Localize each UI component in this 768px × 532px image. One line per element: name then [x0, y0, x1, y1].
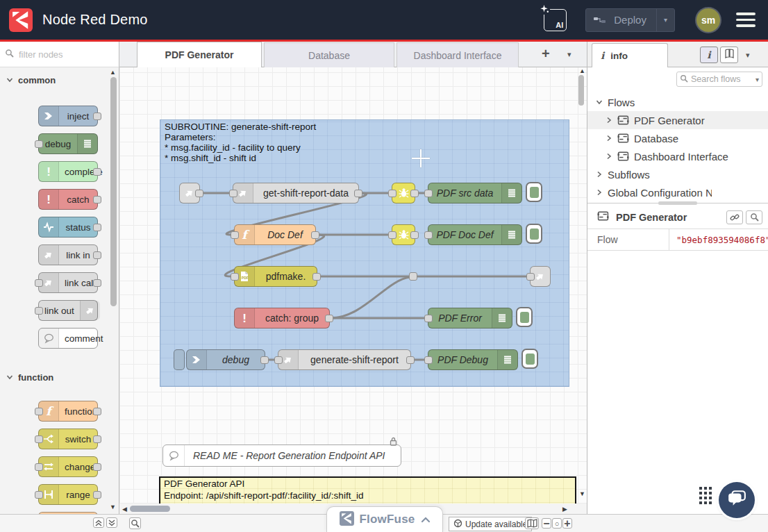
sidebar-splitter[interactable] — [587, 203, 768, 203]
output-port[interactable] — [93, 196, 101, 203]
output-port[interactable] — [93, 251, 101, 259]
flow-list-caret[interactable]: ▾ — [567, 50, 571, 59]
node-pdf-error[interactable]: PDF Error — [428, 308, 512, 329]
node-bug-helper-1[interactable] — [392, 183, 415, 203]
input-port[interactable] — [424, 315, 433, 322]
input-port[interactable] — [424, 190, 433, 197]
node-bug-helper-2[interactable] — [392, 224, 415, 245]
canvas-vscrollbar[interactable]: ▲ ▼ — [577, 68, 586, 503]
canvas-scroll-up-icon[interactable]: ▲ — [579, 68, 585, 74]
palette-scroll-down-icon[interactable]: ▼ — [110, 504, 116, 510]
copy-link-button[interactable] — [726, 210, 743, 224]
debug-enable-toggle[interactable] — [526, 182, 542, 202]
node-palette-link-out[interactable]: link out — [38, 300, 98, 321]
deploy-button[interactable]: Deploy ▾ — [585, 8, 675, 32]
flowfuse-panel-button[interactable]: FlowFuse — [326, 506, 443, 532]
input-port[interactable] — [229, 190, 237, 197]
flow-canvas[interactable]: SUBROUTINE: generate-shift-report Parame… — [119, 67, 587, 504]
output-port[interactable] — [325, 315, 333, 322]
deploy-options-caret[interactable]: ▾ — [656, 9, 674, 31]
output-port[interactable] — [311, 231, 319, 239]
node-pdfmake[interactable]: PDFpdfmake. — [234, 266, 317, 287]
ai-assistant-button[interactable]: AI — [544, 9, 567, 31]
node-generate-shift-report[interactable]: generate-shift-report — [278, 349, 411, 370]
node-inject-debug[interactable]: debug — [186, 349, 265, 370]
node-pdf-doc-def[interactable]: PDF Doc Def — [428, 224, 522, 245]
canvas-search-button[interactable] — [129, 517, 141, 529]
node-pdf-src-data[interactable]: PDF src data — [428, 183, 522, 203]
main-menu-button[interactable] — [736, 13, 756, 27]
palette-section-common[interactable]: common — [6, 73, 56, 87]
input-port[interactable] — [231, 273, 239, 281]
node-palette-switch[interactable]: switch — [38, 429, 98, 449]
input-port[interactable] — [35, 435, 43, 443]
tab-database[interactable]: Database — [264, 42, 394, 67]
output-port[interactable] — [195, 190, 203, 197]
palette-scroll-up-icon[interactable]: ▲ — [110, 69, 116, 76]
tree-item-dashboard-interface[interactable]: Dashboard Interface — [587, 147, 768, 165]
input-port[interactable] — [35, 408, 43, 415]
palette-scrollbar[interactable] — [110, 77, 117, 306]
node-palette-range[interactable]: range — [38, 484, 98, 505]
canvas-scroll-down-icon[interactable]: ▼ — [579, 491, 585, 497]
palette-collapse-all-button[interactable] — [93, 517, 104, 528]
chat-assistant-button[interactable] — [719, 482, 755, 518]
zoom-out-button[interactable]: − — [542, 518, 551, 529]
sidebar-tab-info[interactable]: i info — [592, 43, 668, 67]
palette-section-function[interactable]: function — [6, 370, 53, 384]
output-port[interactable] — [93, 168, 101, 176]
sidebar-options-caret[interactable]: ▾ — [746, 51, 750, 60]
output-port[interactable] — [93, 491, 101, 499]
output-port[interactable] — [93, 435, 101, 443]
sidebar-info-button[interactable]: i — [700, 47, 718, 63]
tab-pdf-generator[interactable]: PDF Generator — [137, 42, 262, 67]
node-palette-change[interactable]: change — [38, 456, 98, 477]
node-catch-group[interactable]: !catch: group — [234, 308, 330, 329]
sidebar-help-button[interactable] — [720, 47, 738, 63]
wire-catch_to_junction[interactable] — [331, 277, 410, 318]
tree-item-pdf-generator[interactable]: PDF Generator — [587, 111, 768, 129]
output-port[interactable] — [93, 408, 101, 415]
update-available-button[interactable]: Update available — [449, 517, 532, 531]
inject-trigger-button[interactable] — [174, 349, 185, 370]
search-flow-button[interactable] — [746, 210, 762, 224]
input-port[interactable] — [35, 140, 43, 148]
zoom-in-button[interactable]: + — [562, 518, 572, 529]
wire-junction[interactable] — [409, 272, 417, 281]
debug-enable-toggle[interactable] — [516, 307, 533, 327]
input-port[interactable] — [35, 279, 43, 287]
input-port[interactable] — [35, 463, 43, 471]
zoom-reset-button[interactable]: ○ — [552, 518, 562, 529]
input-port[interactable] — [424, 231, 433, 239]
input-port[interactable] — [35, 491, 43, 499]
input-port[interactable] — [388, 231, 396, 239]
canvas-scroll-right-icon[interactable]: ▶ — [562, 506, 567, 513]
input-port[interactable] — [526, 273, 535, 281]
node-palette-link-call[interactable]: link call — [38, 272, 98, 293]
tree-item-database[interactable]: Database — [587, 129, 768, 147]
output-port[interactable] — [93, 113, 101, 120]
output-port[interactable] — [406, 356, 415, 364]
debug-enable-toggle[interactable] — [526, 224, 542, 244]
node-doc-def[interactable]: fDoc Def — [234, 224, 316, 245]
node-readme-comment[interactable]: READ ME - Report Generation Endpoint API — [162, 444, 401, 467]
drag-handle-dots[interactable] — [699, 487, 712, 504]
node-palette-link-in[interactable]: link in — [38, 244, 98, 265]
tree-item-flows[interactable]: Flows — [587, 93, 768, 111]
node-get-shift-report-data[interactable]: get-shift-report-data — [233, 183, 359, 203]
canvas-scroll-left-icon[interactable]: ◀ — [122, 506, 127, 513]
input-port[interactable] — [388, 190, 396, 197]
node-link-in[interactable] — [179, 183, 200, 203]
output-port[interactable] — [410, 231, 419, 239]
palette-filter-input[interactable] — [17, 49, 103, 60]
input-port[interactable] — [35, 307, 43, 315]
add-flow-button[interactable]: + — [542, 46, 550, 62]
node-palette-catch[interactable]: !catch — [38, 189, 98, 210]
output-port[interactable] — [410, 190, 419, 197]
navigator-map-button[interactable] — [525, 517, 539, 529]
node-link-out[interactable] — [530, 266, 551, 287]
output-port[interactable] — [93, 279, 101, 287]
search-flows-box[interactable]: Search flows ▾ — [676, 72, 762, 87]
node-palette-function[interactable]: ffunction — [38, 401, 98, 422]
tree-item-subflows[interactable]: Subflows — [587, 165, 768, 183]
